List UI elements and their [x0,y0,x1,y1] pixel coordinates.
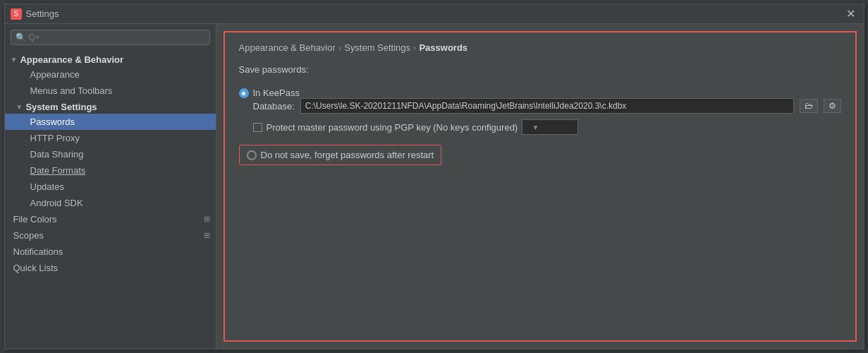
breadcrumb-sep-2: › [413,42,416,53]
app-icon: S [11,8,22,20]
sidebar-item-menus-toolbars[interactable]: Menus and Toolbars [5,83,216,99]
sidebar-item-date-formats[interactable]: Date Formats [5,162,216,179]
sidebar-item-scopes[interactable]: Scopes ⊞ [5,227,216,244]
in-keepass-label[interactable]: In KeePass [253,88,300,98]
settings-panel: Appearance & Behavior › System Settings … [224,31,857,342]
chevron-down-icon-3: ▼ [532,124,539,131]
sidebar-item-notifications[interactable]: Notifications [5,244,216,260]
pgp-dropdown[interactable]: ▼ [522,119,578,135]
in-keepass-radio[interactable] [239,88,249,98]
protect-label: Protect master password using PGP key (N… [267,122,518,133]
sidebar-item-http-proxy[interactable]: HTTP Proxy [5,130,216,146]
sidebar-item-data-sharing[interactable]: Data Sharing [5,146,216,162]
breadcrumb-current: Passwords [419,42,467,53]
breadcrumb-part-2: System Settings [344,42,410,53]
search-box[interactable]: 🔍 [11,30,210,45]
window-title: Settings [26,8,59,19]
sidebar-item-system-settings[interactable]: ▼ System Settings [5,99,216,114]
file-colors-icon: ⊞ [204,215,210,224]
gear-icon: ⚙ [829,101,836,111]
browse-button[interactable]: 🗁 [800,99,818,113]
sidebar-item-appearance[interactable]: Appearance [5,66,216,83]
keepass-section: Database: 🗁 ⚙ [239,98,841,135]
save-passwords-label: Save passwords: [239,64,841,75]
sidebar-item-updates[interactable]: Updates [5,179,216,195]
protect-row: Protect master password using PGP key (N… [253,119,841,135]
database-label: Database: [253,101,295,112]
chevron-down-icon-2: ▼ [16,103,23,111]
titlebar-left: S Settings [11,8,59,20]
sidebar: 🔍 ▼ Appearance & Behavior Appearance Men… [5,24,216,349]
search-input[interactable] [29,32,205,42]
password-options: In KeePass Database: 🗁 [239,88,841,165]
breadcrumb-sep-1: › [338,42,341,53]
search-icon: 🔍 [16,32,26,42]
close-button[interactable]: ✕ [843,8,858,20]
titlebar: S Settings ✕ [5,4,864,24]
sidebar-item-appearance-behavior[interactable]: ▼ Appearance & Behavior [5,51,216,66]
settings-window: S Settings ✕ 🔍 ▼ Appearance & Behavior A… [4,4,864,349]
database-input[interactable] [300,98,794,114]
scopes-icon: ⊞ [204,231,210,240]
in-keepass-option: In KeePass Database: 🗁 [239,88,841,135]
pgp-dropdown-value [527,122,529,132]
folder-icon: 🗁 [805,101,813,111]
breadcrumb-part-1: Appearance & Behavior [239,42,336,53]
breadcrumb: Appearance & Behavior › System Settings … [239,42,841,53]
sidebar-section-label: Appearance & Behavior [20,54,123,65]
protect-checkbox[interactable] [253,123,262,132]
no-save-option: Do not save, forget passwords after rest… [239,145,442,165]
sidebar-item-passwords[interactable]: Passwords [5,114,216,130]
no-save-label[interactable]: Do not save, forget passwords after rest… [261,150,434,160]
database-row: Database: 🗁 ⚙ [253,98,841,114]
chevron-down-icon: ▼ [11,56,18,64]
settings-button[interactable]: ⚙ [824,99,841,113]
no-save-radio[interactable] [247,150,257,160]
sidebar-item-android-sdk[interactable]: Android SDK [5,195,216,211]
window-content: 🔍 ▼ Appearance & Behavior Appearance Men… [5,24,864,349]
main-content: Appearance & Behavior › System Settings … [216,24,864,349]
sidebar-item-quick-lists[interactable]: Quick Lists [5,260,216,276]
sidebar-item-file-colors[interactable]: File Colors ⊞ [5,211,216,227]
in-keepass-radio-row: In KeePass [239,88,841,98]
